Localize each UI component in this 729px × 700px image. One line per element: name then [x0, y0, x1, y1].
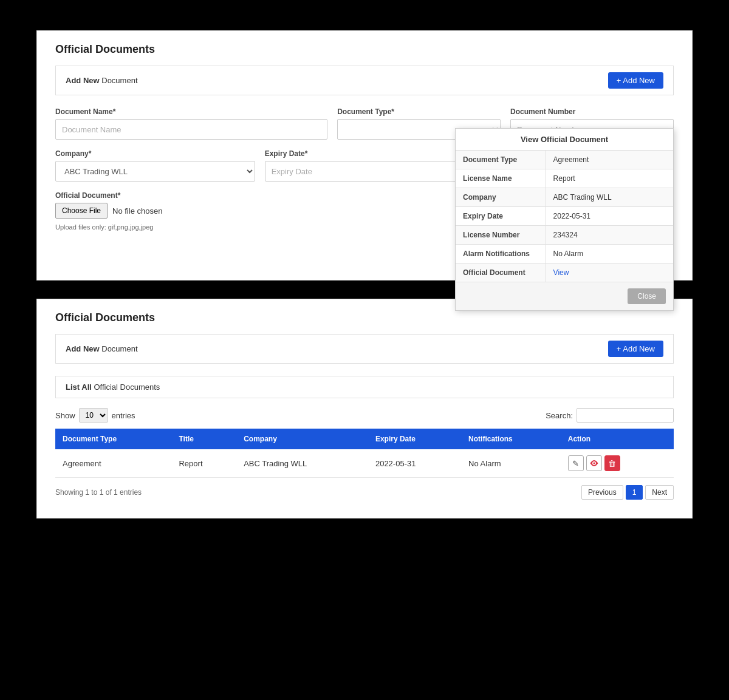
modal-value-license-number: 234324	[546, 226, 673, 244]
modal-value-expiry: 2022-05-31	[546, 207, 673, 225]
table-controls: Show 10 25 50 entries Search:	[55, 408, 674, 423]
modal-label-company: Company	[456, 188, 546, 206]
modal-row-expiry: Expiry Date 2022-05-31	[456, 207, 673, 226]
top-add-new-label: Add New Document	[66, 76, 138, 85]
modal-label-expiry: Expiry Date	[456, 207, 546, 225]
choose-file-button[interactable]: Choose File	[55, 203, 108, 219]
modal-row-license-name: License Name Report	[456, 169, 673, 188]
search-label: Search:	[546, 411, 573, 420]
delete-icon-button[interactable]: 🗑	[604, 455, 620, 471]
pagination-bar: Showing 1 to 1 of 1 entries Previous 1 N…	[55, 485, 674, 500]
table-header-row: Document Type Title Company Expiry Date …	[55, 429, 674, 449]
search-box: Search:	[546, 408, 674, 423]
previous-button[interactable]: Previous	[581, 485, 623, 500]
modal-label-official-doc: Official Document	[456, 263, 546, 282]
expiry-date-group: Expiry Date*	[265, 149, 465, 182]
show-label: Show	[55, 411, 75, 420]
search-input[interactable]	[577, 408, 674, 423]
expiry-date-label: Expiry Date*	[265, 149, 465, 158]
table-body: Agreement Report ABC Trading WLL 2022-05…	[55, 449, 674, 478]
company-select[interactable]: ABC Trading WLL Company B	[55, 161, 255, 182]
top-panel-title: Official Documents	[55, 43, 674, 56]
modal-body: Document Type Agreement License Name Rep…	[456, 151, 673, 282]
modal-value-official-doc[interactable]: View	[546, 263, 673, 282]
cell-expiry-date: 2022-05-31	[368, 449, 461, 478]
col-expiry-date: Expiry Date	[368, 429, 461, 449]
modal-row-company: Company ABC Trading WLL	[456, 188, 673, 207]
doc-type-label: Document Type*	[337, 107, 501, 116]
bottom-add-new-button[interactable]: + Add New	[608, 341, 663, 357]
col-notifications: Notifications	[461, 429, 561, 449]
modal-row-license-number: License Number 234324	[456, 226, 673, 245]
view-icon-button[interactable]	[586, 455, 602, 471]
modal-label-doc-type: Document Type	[456, 151, 546, 169]
show-entries: Show 10 25 50 entries	[55, 408, 135, 423]
pagination-controls: Previous 1 Next	[581, 485, 674, 500]
expiry-date-input[interactable]	[265, 161, 465, 182]
edit-icon-button[interactable]: ✎	[568, 455, 584, 471]
modal-footer: Close	[456, 282, 673, 310]
doc-name-label: Document Name*	[55, 107, 327, 116]
page-1-button[interactable]: 1	[626, 485, 643, 500]
bottom-panel: Official Documents Add New Document + Ad…	[36, 299, 693, 518]
company-label: Company*	[55, 149, 255, 158]
cell-action: ✎ 🗑	[561, 449, 674, 478]
showing-text: Showing 1 to 1 of 1 entries	[55, 488, 142, 497]
modal-label-alarm: Alarm Notifications	[456, 245, 546, 263]
col-company: Company	[236, 429, 368, 449]
entries-label: entries	[112, 411, 135, 420]
modal-label-license-name: License Name	[456, 169, 546, 188]
modal-header: View Official Document	[456, 129, 673, 151]
bottom-panel-title: Official Documents	[55, 311, 674, 324]
cell-company: ABC Trading WLL	[236, 449, 368, 478]
cell-title: Report	[171, 449, 236, 478]
cell-doc-type: Agreement	[55, 449, 171, 478]
modal-row-doc-type: Document Type Agreement	[456, 151, 673, 169]
no-file-text: No file chosen	[112, 206, 162, 216]
company-group: Company* ABC Trading WLL Company B	[55, 149, 255, 182]
modal-value-doc-type: Agreement	[546, 151, 673, 169]
col-doc-type: Document Type	[55, 429, 171, 449]
table-row: Agreement Report ABC Trading WLL 2022-05…	[55, 449, 674, 478]
bottom-add-new-bar: Add New Document + Add New	[55, 334, 674, 364]
col-action: Action	[561, 429, 674, 449]
modal-value-alarm: No Alarm	[546, 245, 673, 263]
modal-row-official-doc: Official Document View	[456, 263, 673, 282]
top-panel: Official Documents Add New Document + Ad…	[36, 30, 693, 280]
modal-close-button[interactable]: Close	[628, 288, 666, 304]
documents-table: Document Type Title Company Expiry Date …	[55, 429, 674, 478]
action-icons: ✎ 🗑	[568, 455, 666, 471]
modal-row-alarm: Alarm Notifications No Alarm	[456, 245, 673, 263]
entries-select[interactable]: 10 25 50	[79, 408, 108, 423]
next-button[interactable]: Next	[645, 485, 674, 500]
list-all-bar: List All Official Documents	[55, 376, 674, 398]
modal-label-license-number: License Number	[456, 226, 546, 244]
doc-name-group: Document Name*	[55, 107, 327, 140]
table-head: Document Type Title Company Expiry Date …	[55, 429, 674, 449]
view-document-modal: View Official Document Document Type Agr…	[455, 128, 674, 311]
top-add-new-bar: Add New Document + Add New	[55, 66, 674, 95]
doc-number-label: Document Number	[510, 107, 674, 116]
doc-name-input[interactable]	[55, 119, 327, 140]
top-add-new-button[interactable]: + Add New	[608, 72, 663, 89]
modal-value-license-name: Report	[546, 169, 673, 188]
modal-value-company: ABC Trading WLL	[546, 188, 673, 206]
bottom-add-new-label: Add New Document	[66, 344, 138, 353]
col-title: Title	[171, 429, 236, 449]
cell-notifications: No Alarm	[461, 449, 561, 478]
